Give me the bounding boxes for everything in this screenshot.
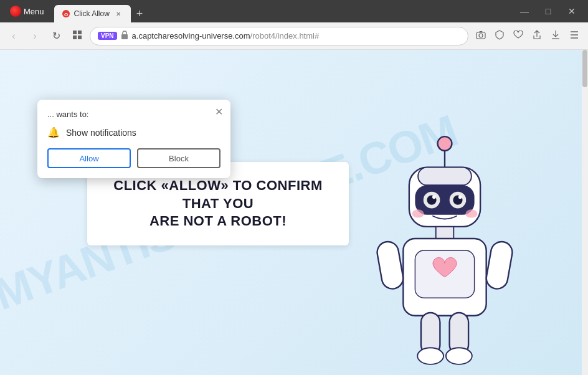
reload-icon: ↻: [52, 30, 60, 42]
opera-logo-icon: [10, 6, 21, 17]
svg-point-22: [458, 195, 462, 199]
captcha-line2: ARE NOT A ROBOT!: [149, 213, 287, 229]
shield-button[interactable]: [491, 27, 508, 45]
heart-icon: [513, 31, 523, 41]
svg-rect-3: [78, 31, 82, 34]
maximize-button[interactable]: □: [537, 0, 559, 22]
svg-text:O: O: [64, 12, 67, 17]
back-icon: ‹: [12, 31, 15, 42]
vpn-badge: VPN: [98, 32, 117, 40]
favorites-button[interactable]: [510, 27, 527, 45]
svg-point-12: [438, 136, 452, 151]
share-icon: [533, 30, 541, 42]
popup-notification-item: 🔔 Show notifications: [47, 126, 220, 138]
download-button[interactable]: [547, 27, 564, 45]
forward-button[interactable]: ›: [26, 27, 44, 45]
bell-icon: 🔔: [47, 126, 60, 138]
svg-rect-28: [376, 240, 405, 290]
popup-close-icon: ✕: [215, 106, 223, 118]
url-bar[interactable]: VPN a.captcharesolving-universe.com/robo…: [90, 27, 468, 45]
popup-notification-label: Show notifications: [66, 128, 136, 138]
svg-point-23: [412, 209, 424, 217]
forward-icon: ›: [33, 31, 36, 42]
robot-illustration: [339, 126, 551, 375]
hamburger-icon: [569, 31, 579, 41]
toolbar-icons: [472, 27, 583, 45]
svg-point-21: [432, 195, 436, 199]
svg-rect-2: [73, 31, 77, 34]
allow-button[interactable]: Allow: [47, 148, 131, 168]
grid-button[interactable]: [69, 27, 86, 45]
address-bar: ‹ › ↻ VPN a.captcharesolving-universe.co…: [0, 22, 588, 50]
close-button[interactable]: ✕: [561, 0, 583, 22]
camera-icon: [476, 31, 486, 41]
reload-button[interactable]: ↻: [47, 27, 65, 45]
popup-wants-to-text: ... wants to:: [47, 110, 220, 119]
title-bar: Menu O Click Allow ✕ + — □ ✕: [0, 0, 588, 22]
popup-buttons: Allow Block: [47, 148, 220, 168]
active-tab[interactable]: O Click Allow ✕: [54, 5, 131, 22]
opera-menu-label: Menu: [24, 7, 44, 16]
svg-point-33: [446, 348, 472, 364]
camera-button[interactable]: [472, 27, 490, 45]
svg-point-24: [465, 209, 477, 217]
captcha-text: CLICK «ALLOW» TO CONFIRM THAT YOU ARE NO…: [106, 177, 330, 230]
tabs-area: O Click Allow ✕ +: [54, 0, 508, 22]
notification-popup: ✕ ... wants to: 🔔 Show notifications All…: [37, 100, 230, 178]
captcha-line1: CLICK «ALLOW» TO CONFIRM THAT YOU: [113, 178, 322, 211]
svg-rect-5: [78, 36, 82, 39]
minimize-button[interactable]: —: [513, 0, 536, 22]
browser-menu-button[interactable]: [566, 27, 583, 45]
svg-rect-6: [121, 34, 128, 39]
share-button[interactable]: [528, 27, 546, 45]
tab-favicon-icon: O: [62, 9, 70, 18]
url-domain: a.captcharesolving-universe.com: [132, 31, 250, 40]
page-content: MYANTISPYWARE.COM: [0, 50, 588, 375]
svg-rect-4: [73, 36, 77, 39]
tab-label: Click Allow: [74, 9, 110, 18]
browser-window: Menu O Click Allow ✕ + — □ ✕: [0, 0, 588, 375]
svg-rect-15: [418, 168, 472, 186]
svg-point-8: [479, 34, 483, 37]
svg-rect-25: [436, 227, 454, 239]
scrollbar[interactable]: [582, 50, 588, 375]
window-controls: — □ ✕: [513, 0, 583, 22]
scrollbar-thumb[interactable]: [582, 50, 587, 87]
download-icon: [551, 30, 560, 42]
back-button[interactable]: ‹: [5, 27, 22, 45]
url-path: /robot4/index.html#: [250, 31, 320, 40]
block-button[interactable]: Block: [137, 148, 220, 168]
svg-point-32: [417, 348, 443, 364]
grid-icon: [72, 30, 82, 42]
popup-close-button[interactable]: ✕: [212, 105, 225, 118]
robot-svg: [339, 126, 551, 375]
tab-close-button[interactable]: ✕: [113, 9, 123, 19]
url-text: a.captcharesolving-universe.com/robot4/i…: [132, 31, 460, 40]
opera-menu-button[interactable]: Menu: [5, 4, 49, 18]
new-tab-button[interactable]: +: [131, 5, 148, 22]
shield-icon: [495, 30, 504, 42]
svg-rect-29: [485, 240, 514, 290]
lock-icon: [121, 31, 128, 41]
